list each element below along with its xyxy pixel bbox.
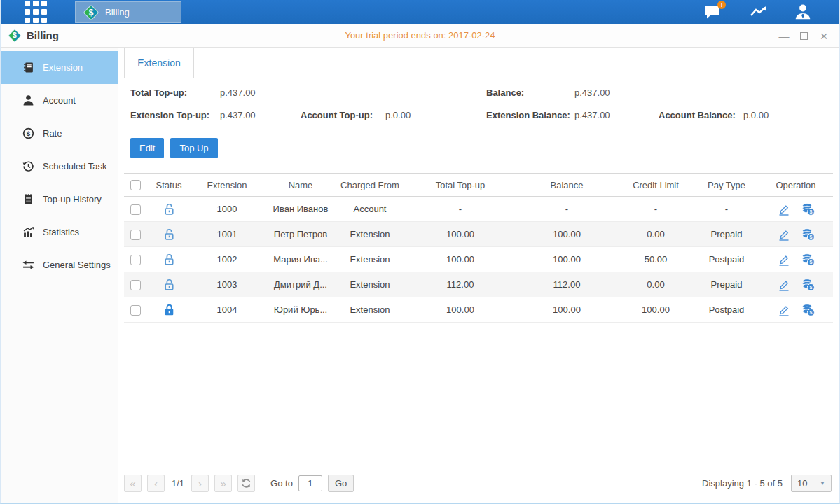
account-balance-label: Account Balance: — [659, 110, 743, 120]
col-name: Name — [266, 174, 336, 197]
window-title: Billing — [27, 29, 59, 41]
person-icon — [22, 94, 34, 106]
cell-name: Иван Иванов — [266, 197, 336, 222]
sidebar-item-statistics[interactable]: Statistics — [1, 216, 118, 248]
minimize-button[interactable]: — — [778, 30, 790, 41]
go-button[interactable]: Go — [328, 475, 354, 492]
extension-top-up-label: Extension Top-up: — [130, 110, 220, 120]
extension-balance-value: p.437.00 — [574, 110, 659, 120]
first-page-button[interactable]: « — [124, 475, 142, 492]
top-up-row-icon[interactable]: $ — [801, 227, 815, 241]
table-row: 1004 Юрий Юрь... Extension 100.00 100.00… — [124, 298, 833, 323]
apps-grid-icon[interactable] — [25, 1, 47, 23]
goto-page-input[interactable] — [298, 475, 322, 491]
bar-chart-icon — [22, 226, 34, 238]
sidebar-item-top-up-history[interactable]: Top-up History — [1, 183, 118, 216]
cell-extension: 1002 — [188, 247, 266, 272]
top-up-button[interactable]: Top Up — [170, 138, 217, 158]
cell-total-top-up: 100.00 — [404, 222, 516, 247]
refresh-button[interactable] — [237, 475, 255, 492]
select-all-checkbox[interactable] — [130, 180, 141, 190]
edit-row-icon[interactable] — [777, 253, 790, 267]
svg-text:$: $ — [26, 130, 30, 137]
col-status: Status — [149, 174, 188, 197]
user-icon[interactable] — [793, 3, 813, 21]
balance-label: Balance: — [486, 88, 574, 98]
cell-total-top-up: 100.00 — [404, 247, 516, 272]
cell-pay-type: Prepaid — [694, 222, 759, 247]
edit-row-icon[interactable] — [777, 227, 790, 241]
cell-credit-limit: 100.00 — [617, 298, 694, 323]
col-credit-limit: Credit Limit — [617, 174, 694, 197]
lock-status-icon[interactable] — [163, 203, 176, 214]
tab-extension[interactable]: Extension — [124, 48, 194, 78]
taskbar-billing-tab[interactable]: $ Billing — [75, 1, 181, 23]
balance-summary: Total Top-up: p.437.00 Balance: p.437.00… — [130, 88, 832, 120]
lock-status-icon[interactable] — [163, 304, 176, 314]
col-extension: Extension — [188, 174, 266, 197]
cell-charged-from: Account — [336, 197, 404, 222]
prev-page-button[interactable]: ‹ — [147, 475, 165, 492]
sidebar-item-general-settings[interactable]: General Settings — [1, 248, 118, 281]
cell-balance: 100.00 — [516, 247, 617, 272]
svg-text:$: $ — [809, 310, 812, 316]
page-size-select[interactable]: 10 ▼ — [791, 475, 832, 492]
tab-bar: Extension — [118, 48, 839, 78]
extension-balance-label: Extension Balance: — [486, 110, 574, 120]
sidebar-item-account[interactable]: Account — [1, 84, 118, 117]
displaying-info: Displaying 1 - 5 of 5 — [702, 478, 783, 489]
close-button[interactable]: × — [818, 30, 829, 41]
cell-pay-type: Postpaid — [694, 247, 759, 272]
row-checkbox[interactable] — [130, 230, 141, 240]
top-up-row-icon[interactable]: $ — [801, 278, 815, 291]
transfer-arrows-icon — [22, 259, 34, 271]
cell-charged-from: Extension — [336, 298, 404, 323]
cell-pay-type: Postpaid — [694, 298, 759, 323]
edit-row-icon[interactable] — [777, 202, 790, 216]
top-up-row-icon[interactable]: $ — [801, 202, 815, 216]
page-size-value: 10 — [797, 478, 807, 489]
row-checkbox[interactable] — [130, 305, 141, 316]
account-balance-value: p.0.00 — [743, 110, 832, 120]
row-checkbox[interactable] — [130, 204, 141, 215]
last-page-button[interactable]: » — [214, 475, 232, 492]
col-operation: Operation — [759, 174, 833, 197]
cell-credit-limit: 50.00 — [617, 247, 694, 272]
cell-charged-from: Extension — [336, 247, 404, 272]
chevron-down-icon: ▼ — [820, 480, 825, 486]
table-row: 1001 Петр Петров Extension 100.00 100.00… — [124, 222, 833, 247]
maximize-button[interactable] — [800, 32, 808, 40]
notification-badge: ! — [717, 1, 726, 9]
table-row: 1000 Иван Иванов Account - - - - — [124, 197, 833, 222]
col-charged-from: Charged From — [336, 174, 404, 197]
cell-extension: 1001 — [188, 222, 266, 247]
svg-text:$: $ — [809, 260, 812, 265]
svg-text:$: $ — [809, 285, 812, 290]
row-checkbox[interactable] — [130, 255, 141, 265]
account-top-up-label: Account Top-up: — [301, 110, 385, 120]
trial-period-message: Your trial period ends on: 2017-02-24 — [1, 30, 839, 41]
sidebar-item-label: Top-up History — [43, 194, 102, 204]
next-page-button[interactable]: › — [191, 475, 209, 492]
edit-row-icon[interactable] — [777, 303, 790, 317]
messages-icon[interactable]: ! — [703, 3, 723, 21]
top-up-row-icon[interactable]: $ — [801, 253, 815, 266]
lock-status-icon[interactable] — [163, 253, 176, 264]
cell-credit-limit: - — [617, 197, 694, 222]
sidebar-item-extension[interactable]: Extension — [1, 51, 118, 84]
top-up-row-icon[interactable]: $ — [801, 303, 815, 316]
cell-name: Мария Ива... — [266, 247, 336, 272]
edit-button[interactable]: Edit — [130, 138, 164, 158]
cell-total-top-up: 112.00 — [404, 272, 516, 298]
table-row: 1002 Мария Ива... Extension 100.00 100.0… — [124, 247, 833, 272]
row-checkbox[interactable] — [130, 280, 141, 290]
edit-row-icon[interactable] — [777, 278, 790, 292]
lock-status-icon[interactable] — [163, 228, 176, 239]
sidebar-item-label: Extension — [43, 62, 83, 73]
lock-status-icon[interactable] — [163, 279, 176, 289]
action-buttons: Edit Top Up — [130, 138, 832, 158]
line-chart-icon[interactable] — [748, 3, 768, 21]
sidebar-item-rate[interactable]: $ Rate — [1, 117, 118, 150]
svg-text:$: $ — [809, 234, 812, 240]
sidebar-item-scheduled-task[interactable]: Scheduled Task — [1, 150, 118, 183]
